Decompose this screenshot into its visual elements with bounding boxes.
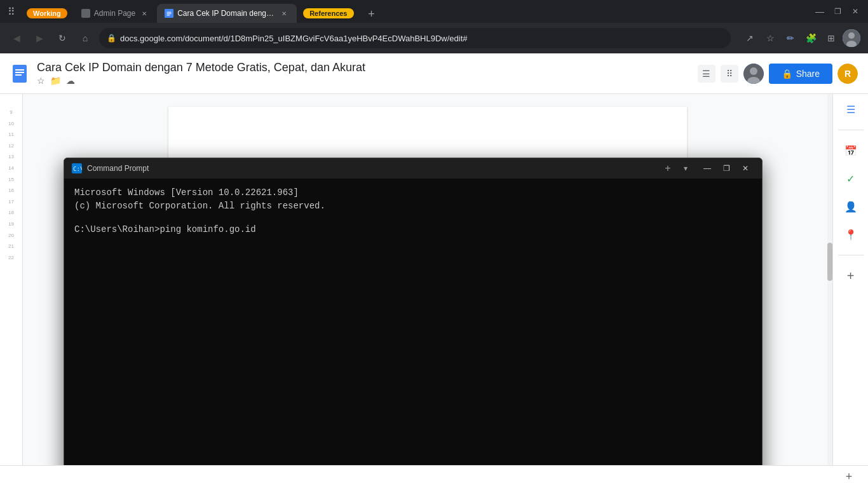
cmd-tabs: + ▾ (660, 161, 693, 176)
scrollbar-track (827, 94, 832, 465)
docs-tab-favicon (165, 9, 173, 18)
ruler-left: 910111213141516171819202122 (0, 94, 23, 465)
docs-logo (10, 64, 29, 83)
docs-title-icons: ☆ 📁 ☁ (37, 76, 690, 86)
address-bar: ◀ ▶ ↻ ⌂ 🔒 docs.google.com/document/d/1D8… (0, 23, 868, 53)
tab-working[interactable]: Working (20, 4, 74, 23)
cast-icon[interactable]: ⊞ (822, 29, 840, 47)
docs-settings-icon[interactable]: ☰ (698, 65, 715, 83)
cmd-titlebar: C:\ Command Prompt + ▾ — ❐ ✕ (64, 158, 762, 179)
window-close-icon[interactable]: ✕ (848, 4, 863, 19)
share-button[interactable]: 🔒 Share (769, 64, 832, 84)
lock-icon: 🔒 (107, 34, 116, 43)
sidebar-add-icon[interactable]: + (841, 266, 861, 286)
docs-area: Cara Cek IP Domain dengan 7 Metode Grati… (0, 53, 868, 488)
cmd-window: C:\ Command Prompt + ▾ — ❐ ✕ Microsoft (64, 158, 763, 465)
svg-point-12 (750, 67, 757, 75)
cmd-tab-dropdown-button[interactable]: ▾ (678, 161, 693, 176)
svg-rect-2 (167, 13, 172, 14)
sidebar-people-icon[interactable]: 👤 (841, 196, 861, 217)
svg-text:C:\: C:\ (73, 166, 82, 172)
svg-point-5 (848, 32, 855, 39)
address-text: docs.google.com/document/d/1D8mPin25_uIB… (120, 34, 723, 43)
bottom-toolbar: + (840, 468, 858, 486)
svg-rect-8 (15, 69, 24, 71)
admin-tab-label: Admin Page (94, 9, 135, 18)
title-bar: ⠿ Working Admin Page ✕ Cara Cek IP Domai… (0, 0, 868, 23)
forward-button[interactable]: ▶ (31, 29, 48, 47)
share-lock-icon: 🔒 (782, 69, 792, 79)
cara-cek-tab-label: Cara Cek IP Domain dengan 7 M (177, 9, 275, 18)
extension-icon[interactable]: 🧩 (802, 29, 820, 47)
sidebar-right: ☰ 📅 ✓ 👤 📍 + (832, 94, 868, 465)
tab-bar: Working Admin Page ✕ Cara Cek IP Domain … (20, 0, 804, 23)
svg-rect-3 (167, 15, 170, 15)
docs-header-right: ☰ ⠿ 🔒 Share R (698, 64, 858, 84)
cmd-line2: (c) Microsoft Corporation. All rights re… (74, 200, 752, 213)
share-to-web-icon[interactable]: ↗ (741, 29, 759, 47)
browser-menu-icon[interactable]: ⠿ (5, 6, 18, 18)
user-avatar-image (743, 64, 764, 84)
admin-tab-close[interactable]: ✕ (139, 8, 149, 18)
sidebar-maps-icon[interactable]: 📍 (841, 224, 861, 245)
account-avatar-image: R (837, 64, 858, 84)
profile-avatar[interactable] (843, 29, 860, 47)
folder-icon[interactable]: 📁 (50, 76, 61, 86)
pen-icon[interactable]: ✏ (782, 29, 799, 47)
google-apps-icon[interactable]: ⠿ (721, 65, 738, 83)
cmd-new-tab-button[interactable]: + (660, 161, 675, 176)
window-minimize-icon[interactable]: — (812, 4, 827, 19)
svg-rect-7 (13, 65, 27, 83)
cmd-maximize-button[interactable]: ❐ (717, 159, 735, 177)
sidebar-divider2 (838, 255, 864, 255)
cmd-close-button[interactable]: ✕ (736, 159, 754, 177)
star-icon[interactable]: ☆ (37, 76, 45, 86)
svg-rect-10 (15, 74, 22, 76)
docs-title-section: Cara Cek IP Domain dengan 7 Metode Grati… (37, 61, 690, 86)
sidebar-toc-icon[interactable]: ☰ (841, 99, 861, 119)
tab-cara-cek[interactable]: Cara Cek IP Domain dengan 7 M ✕ (157, 4, 297, 23)
tab-references[interactable]: References (297, 4, 360, 23)
user-avatar-header[interactable] (743, 64, 764, 84)
cmd-title-text: Command Prompt (87, 164, 655, 173)
cmd-content: Microsoft Windows [Version 10.0.22621.96… (64, 179, 762, 465)
bookmark-icon[interactable]: ☆ (761, 29, 779, 47)
share-label: Share (796, 69, 820, 79)
cmd-window-buttons: — ❐ ✕ (698, 159, 754, 177)
working-tab-label: Working (27, 8, 67, 18)
cmd-icon: C:\ (72, 163, 82, 173)
cara-cek-tab-close[interactable]: ✕ (279, 8, 289, 18)
sidebar-calendar-icon[interactable]: 📅 (841, 140, 861, 161)
sidebar-tasks-icon[interactable]: ✓ (841, 168, 861, 189)
browser-toolbar-icons: ↗ ☆ ✏ 🧩 ⊞ (741, 29, 860, 47)
home-button[interactable]: ⌂ (76, 29, 94, 47)
window-restore-icon[interactable]: ❐ (830, 4, 845, 19)
docs-header: Cara Cek IP Domain dengan 7 Metode Grati… (0, 53, 868, 94)
docs-bottom-bar: + (0, 465, 868, 488)
svg-rect-9 (15, 72, 24, 73)
account-avatar[interactable]: R (837, 64, 858, 84)
docs-content: 910111213141516171819202122 sebuah fungs… (0, 94, 868, 465)
cmd-minimize-button[interactable]: — (698, 159, 716, 177)
ruler-marks: 910111213141516171819202122 (8, 107, 14, 263)
browser-frame: ⠿ Working Admin Page ✕ Cara Cek IP Domai… (0, 0, 868, 488)
sidebar-divider (838, 130, 864, 130)
svg-text:R: R (844, 69, 851, 79)
reload-button[interactable]: ↻ (53, 29, 71, 47)
admin-tab-favicon (81, 9, 90, 18)
new-tab-button[interactable]: + (363, 5, 381, 23)
cmd-prompt-line: C:\Users\Roihan>ping kominfo.go.id (74, 223, 752, 236)
back-button[interactable]: ◀ (8, 29, 25, 47)
profile-image (843, 29, 860, 47)
window-controls: — ❐ ✕ (812, 4, 863, 19)
docs-title: Cara Cek IP Domain dengan 7 Metode Grati… (37, 61, 690, 74)
cloud-icon[interactable]: ☁ (66, 76, 75, 86)
scrollbar-thumb[interactable] (827, 243, 832, 281)
tab-admin-page[interactable]: Admin Page ✕ (74, 4, 157, 23)
cmd-line1: Microsoft Windows [Version 10.0.22621.96… (74, 186, 752, 200)
bottom-add-button[interactable]: + (840, 468, 858, 486)
references-tab-label: References (303, 8, 353, 18)
svg-rect-1 (167, 12, 172, 13)
address-input[interactable]: 🔒 docs.google.com/document/d/1D8mPin25_u… (99, 28, 731, 48)
